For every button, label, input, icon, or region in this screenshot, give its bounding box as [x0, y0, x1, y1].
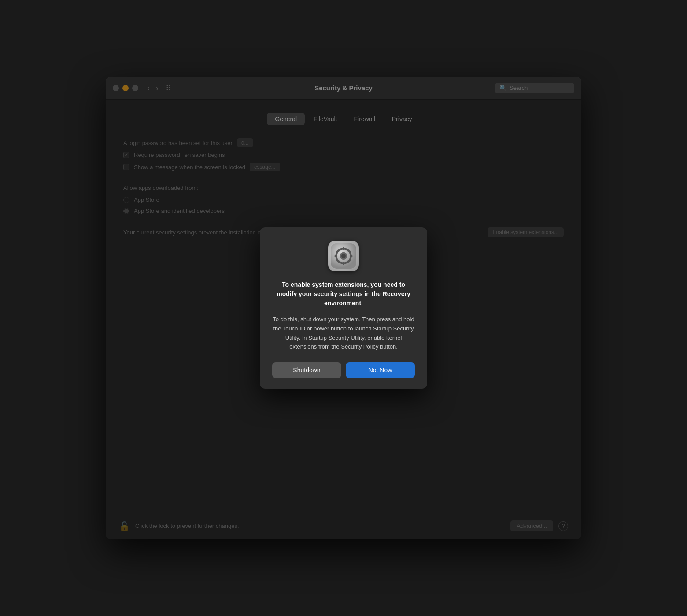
svg-point-3 [341, 254, 346, 258]
shutdown-button[interactable]: Shutdown [272, 362, 341, 378]
system-extension-dialog: To enable system extensions, you need to… [260, 227, 427, 389]
dialog-body: To do this, shut down your system. Then … [272, 315, 415, 352]
dialog-buttons: Shutdown Not Now [272, 362, 415, 378]
dialog-title: To enable system extensions, you need to… [272, 280, 415, 308]
main-window: ‹ › ⠿ Security & Privacy 🔍 Search Genera… [106, 77, 581, 539]
svg-rect-7 [350, 255, 353, 257]
gear-svg [331, 243, 356, 269]
svg-rect-5 [343, 262, 344, 265]
svg-rect-4 [343, 247, 344, 250]
not-now-button[interactable]: Not Now [346, 362, 415, 378]
modal-overlay: To enable system extensions, you need to… [106, 77, 581, 539]
svg-rect-6 [334, 255, 337, 257]
system-preferences-icon [328, 241, 359, 271]
